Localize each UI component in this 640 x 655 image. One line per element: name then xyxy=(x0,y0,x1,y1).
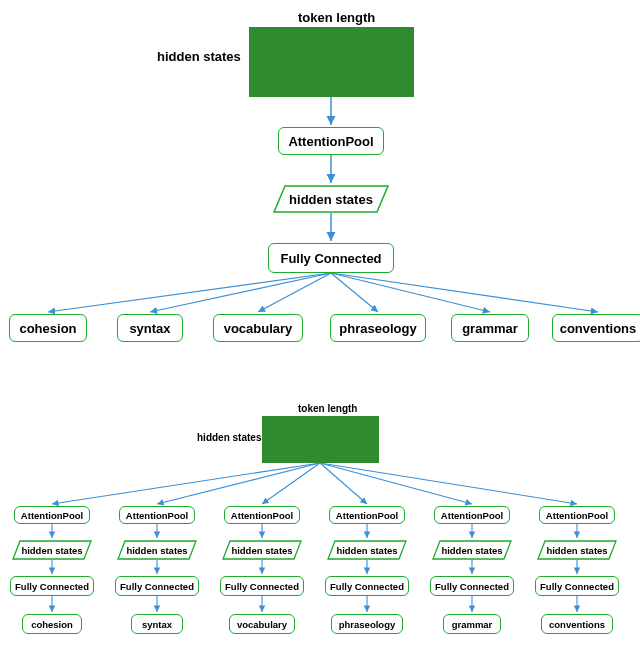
top-out-grammar: grammar xyxy=(451,314,529,342)
bottom-hidden-states-tensor xyxy=(262,416,379,463)
bottom-out-2: vocabulary xyxy=(229,614,295,634)
bottom-ap-2: AttentionPool xyxy=(224,506,300,524)
bottom-hs-1-text: hidden states xyxy=(126,545,187,556)
bottom-hs-3-text: hidden states xyxy=(336,545,397,556)
bottom-ap-3: AttentionPool xyxy=(329,506,405,524)
svg-line-4 xyxy=(150,273,331,312)
bottom-out-3: phraseology xyxy=(331,614,403,634)
top-hidden-states-para-text: hidden states xyxy=(289,192,373,207)
top-hidden-states-label: hidden states xyxy=(157,49,241,64)
svg-line-11 xyxy=(262,463,320,504)
top-token-length-label: token length xyxy=(298,10,375,25)
bottom-ap-1: AttentionPool xyxy=(119,506,195,524)
bottom-hs-3: hidden states xyxy=(327,540,407,560)
bottom-hs-0: hidden states xyxy=(12,540,92,560)
bottom-hidden-states-label: hidden states xyxy=(197,432,261,443)
bottom-ap-0: AttentionPool xyxy=(14,506,90,524)
svg-line-5 xyxy=(258,273,331,312)
bottom-out-0: cohesion xyxy=(22,614,82,634)
top-out-cohesion: cohesion xyxy=(9,314,87,342)
bottom-hs-4-text: hidden states xyxy=(441,545,502,556)
bottom-fc-4: Fully Connected xyxy=(430,576,514,596)
bottom-ap-4: AttentionPool xyxy=(434,506,510,524)
svg-line-3 xyxy=(48,273,331,312)
svg-line-9 xyxy=(52,463,320,504)
bottom-out-5: conventions xyxy=(541,614,613,634)
bottom-token-length-label: token length xyxy=(298,403,357,414)
bottom-hs-0-text: hidden states xyxy=(21,545,82,556)
bottom-fc-5: Fully Connected xyxy=(535,576,619,596)
top-out-vocabulary: vocabulary xyxy=(213,314,303,342)
bottom-ap-5: AttentionPool xyxy=(539,506,615,524)
bottom-out-4: grammar xyxy=(443,614,501,634)
top-hidden-states-tensor xyxy=(249,27,414,97)
bottom-hs-4: hidden states xyxy=(432,540,512,560)
bottom-fc-1: Fully Connected xyxy=(115,576,199,596)
top-hidden-states-para: hidden states xyxy=(273,185,389,213)
bottom-hs-1: hidden states xyxy=(117,540,197,560)
bottom-hs-5: hidden states xyxy=(537,540,617,560)
top-out-phraseology: phraseology xyxy=(330,314,426,342)
bottom-fc-2: Fully Connected xyxy=(220,576,304,596)
top-out-conventions: conventions xyxy=(552,314,640,342)
top-attention-pool: AttentionPool xyxy=(278,127,384,155)
top-out-syntax: syntax xyxy=(117,314,183,342)
bottom-fc-0: Fully Connected xyxy=(10,576,94,596)
top-fully-connected: Fully Connected xyxy=(268,243,394,273)
bottom-hs-5-text: hidden states xyxy=(546,545,607,556)
bottom-out-1: syntax xyxy=(131,614,183,634)
bottom-hs-2-text: hidden states xyxy=(231,545,292,556)
bottom-fc-3: Fully Connected xyxy=(325,576,409,596)
bottom-hs-2: hidden states xyxy=(222,540,302,560)
svg-line-10 xyxy=(157,463,320,504)
